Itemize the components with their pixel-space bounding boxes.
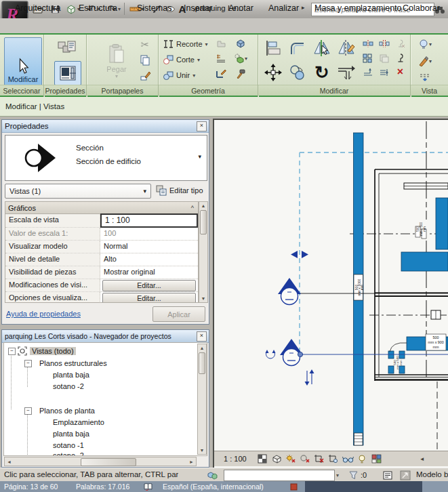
exclude-options-button[interactable] [399,469,412,481]
type-selector-dropdown-icon[interactable]: ▾ [198,153,201,160]
browser-vscrollbar[interactable]: ▲ ▼ [197,344,207,455]
panel-label-portapapeles[interactable]: Portapapeles [87,85,158,96]
hidden-lines-button[interactable] [416,71,434,83]
property-row[interactable]: Visualizar modelo Normal [5,241,198,253]
worksets-button[interactable] [205,470,219,480]
hscroll-left-icon[interactable]: ◄ [420,456,425,462]
crop-region-visible-button[interactable] [327,453,340,465]
column-tag-1[interactable]: 500 mm x 1000 mm [354,274,364,300]
word-language[interactable]: Español (España, internacional) [163,483,264,491]
tab-estructura[interactable]: Estructura [79,1,117,14]
apply-button[interactable]: Aplicar [152,306,205,322]
properties-scrollbar[interactable]: ▲ ▼ [199,201,208,303]
title-expand-icon[interactable]: ▸ [302,4,305,11]
word-page-count[interactable]: Página: 13 de 60 [4,483,58,491]
sun-path-button[interactable] [285,453,298,465]
split-with-gap-button[interactable] [378,39,390,49]
properties-close-icon[interactable]: × [197,121,207,131]
tree-item-emplazamiento[interactable]: Emplazamiento [53,418,104,426]
mirror-draw-axis-button[interactable] [335,37,357,59]
expand-box[interactable]: − [8,348,16,355]
worksets-dropdown-icon[interactable]: ▾ [336,472,339,478]
tab-insertar[interactable]: Insertar [184,1,212,14]
view-brush-button[interactable]: ▾ [416,54,434,68]
beam-cope-button[interactable] [214,37,228,49]
expand-box[interactable]: − [24,407,32,415]
tree-item-planta-baja-2[interactable]: planta baja [53,430,89,438]
worksets-combobox[interactable] [224,470,335,481]
scroll-right-icon[interactable]: ► [189,459,194,464]
tab-anotar[interactable]: Anotar [228,1,253,14]
pin-button[interactable] [394,53,406,63]
visual-style-button[interactable] [270,453,283,465]
edit-display-options-button[interactable]: Editar... [102,293,196,303]
section-view-canvas[interactable]: 500 mm x 1000 mm 500 mm x 500 mm 50 [214,120,448,451]
property-row[interactable]: Visibilidad de piezas Mostrar original [5,266,198,279]
tree-item-sotano-1[interactable]: sotano -1 [53,441,84,449]
tree-item-vistas-todo[interactable]: Vistas (todo) [30,347,76,355]
drawing-area[interactable]: 500 mm x 1000 mm 500 mm x 500 mm 50 [213,119,448,468]
editable-only-button[interactable] [381,469,394,481]
properties-palette-button[interactable] [54,61,81,85]
tree-item-planos-estructurales[interactable]: Planos estructurales [39,359,107,367]
trim-corner-button[interactable] [362,67,373,77]
scroll-down-icon[interactable]: ▼ [198,448,206,453]
structure-sections[interactable] [354,133,448,445]
view-scale[interactable]: 1 : 100 [224,455,247,463]
phases-button[interactable]: ▾ [232,52,249,64]
edit-type-label[interactable]: Editar tipo [169,186,203,194]
trim-extend-button[interactable] [335,62,357,83]
tree-item-planos-de-planta[interactable]: Planos de planta [39,407,95,415]
property-help-link[interactable]: Ayuda de propiedades [6,310,81,318]
tab-sistemas[interactable]: Sistemas [137,1,171,14]
split-element-button[interactable] [362,39,373,49]
panel-label-vista[interactable]: Vista [411,85,448,96]
copy-button[interactable] [138,53,152,66]
trim-multiple-button[interactable] [378,67,390,77]
shadows-button[interactable] [299,453,312,465]
type-selector[interactable]: Sección Sección de edificio ▾ [5,135,207,181]
browser-header[interactable]: parquing Les Corts visado - Navegador de… [2,330,209,343]
spellcheck-book-icon[interactable] [144,483,152,491]
match-properties-button[interactable] [138,68,152,83]
delete-button[interactable]: × [394,66,406,77]
property-row[interactable]: Opciones de visualiza... Editar... [5,292,198,303]
tab-colaborar[interactable]: Colaborar [403,1,440,14]
unpin-button[interactable] [394,39,406,49]
modify-tool-button[interactable]: Modificar [4,37,42,86]
group-header-graficos[interactable]: Gráficos ^ [5,202,198,214]
column-tag-ladder[interactable] [354,433,363,445]
panel-label-geometria[interactable]: Geometría [159,85,258,96]
reveal-hidden-button[interactable] [356,453,369,465]
paste-button[interactable]: Pegar ▾ [99,37,134,85]
expand-box[interactable]: − [24,360,32,367]
scrollbar-thumb[interactable] [200,210,207,234]
align-button[interactable] [262,37,284,59]
filter-combobox[interactable]: Vistas (1) ▾ [5,184,151,199]
scale-value-selected[interactable]: 1 : 100 [100,213,198,228]
copy-element-button[interactable] [287,62,308,83]
wall-joins-button[interactable] [214,52,228,64]
offset-button[interactable] [287,37,308,59]
tree-item-sotano-2b[interactable]: sotano -2 [53,451,84,456]
scroll-up-icon[interactable]: ▲ [198,346,206,350]
column-tag-2[interactable]: 500 mm x 500 mm [415,220,427,240]
beam-joins-button[interactable] [214,67,228,81]
tab-arquitectura[interactable]: Arquitectura [15,1,60,14]
filter-button[interactable] [347,470,359,480]
group-collapse-icon[interactable]: ^ [191,205,194,211]
property-row[interactable]: Escala de vista 1 : 100 [5,214,198,228]
property-row[interactable]: Modificaciones de visi... Editar... [5,279,198,292]
demolish-button[interactable] [233,67,248,81]
browser-close-icon[interactable]: × [197,331,207,342]
scroll-up-icon[interactable]: ▲ [199,203,207,208]
design-option-label[interactable]: Modelo b [416,470,448,478]
edit-type-button[interactable] [155,184,167,197]
macro-record-icon[interactable] [290,483,298,491]
property-row[interactable]: Valor de escala 1: 100 [5,228,198,241]
move-button[interactable] [262,62,284,83]
flip-control[interactable] [305,369,314,386]
panel-label-propiedades[interactable]: Propiedades [44,85,86,96]
drag-dot-handle[interactable] [298,352,302,356]
column-tag-3[interactable]: 500 mm x 900 mm [426,334,446,350]
